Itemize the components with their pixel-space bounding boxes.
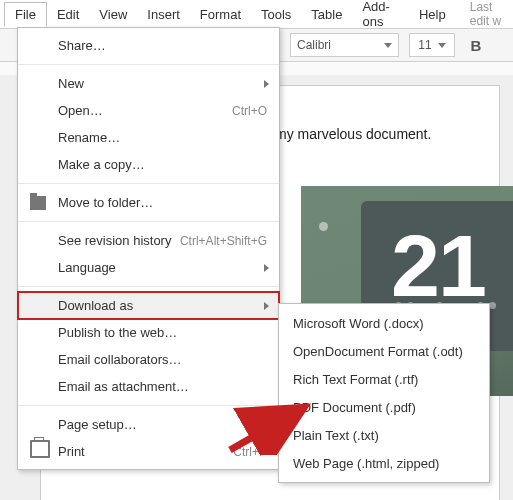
font-size-selector[interactable]: 11: [409, 33, 455, 57]
submenu-item-docx[interactable]: Microsoft Word (.docx): [279, 309, 489, 337]
shortcut: Ctrl+P: [233, 445, 267, 459]
submenu-item-html[interactable]: Web Page (.html, zipped): [279, 449, 489, 477]
label: Move to folder…: [58, 195, 153, 210]
menu-item-print[interactable]: PrintCtrl+P: [18, 438, 279, 465]
label: New: [58, 76, 84, 91]
separator: [18, 405, 279, 406]
bold-button[interactable]: B: [465, 37, 487, 54]
menu-tools[interactable]: Tools: [251, 3, 301, 26]
menu-view[interactable]: View: [89, 3, 137, 26]
label: See revision history: [58, 233, 171, 248]
shortcut: Ctrl+Alt+Shift+G: [180, 234, 267, 248]
menu-item-share[interactable]: Share…: [18, 32, 279, 59]
label: Open…: [58, 103, 103, 118]
folder-icon: [30, 196, 46, 210]
file-menu-dropdown: Share… New Open…Ctrl+O Rename… Make a co…: [17, 27, 280, 470]
menu-item-email-attachment[interactable]: Email as attachment…: [18, 373, 279, 400]
chevron-down-icon: [438, 43, 446, 48]
font-size: 11: [418, 38, 431, 52]
menu-item-rename[interactable]: Rename…: [18, 124, 279, 151]
menu-item-move-folder[interactable]: Move to folder…: [18, 189, 279, 216]
chevron-down-icon: [384, 43, 392, 48]
label: Email collaborators…: [58, 352, 182, 367]
font-selector[interactable]: Calibri: [290, 33, 399, 57]
submenu-arrow-icon: [264, 80, 269, 88]
submenu-arrow-icon: [264, 302, 269, 310]
label: Print: [58, 444, 85, 459]
menu-item-publish-web[interactable]: Publish to the web…: [18, 319, 279, 346]
menu-addons[interactable]: Add-ons: [352, 0, 409, 33]
menu-item-email-collaborators[interactable]: Email collaborators…: [18, 346, 279, 373]
submenu-item-odt[interactable]: OpenDocument Format (.odt): [279, 337, 489, 365]
last-edit-text[interactable]: Last edit w: [470, 0, 513, 28]
menu-item-make-copy[interactable]: Make a copy…: [18, 151, 279, 178]
menu-item-page-setup[interactable]: Page setup…: [18, 411, 279, 438]
menu-edit[interactable]: Edit: [47, 3, 89, 26]
menu-format[interactable]: Format: [190, 3, 251, 26]
menu-table[interactable]: Table: [301, 3, 352, 26]
menu-item-language[interactable]: Language: [18, 254, 279, 281]
menu-item-open[interactable]: Open…Ctrl+O: [18, 97, 279, 124]
submenu-item-txt[interactable]: Plain Text (.txt): [279, 421, 489, 449]
separator: [18, 221, 279, 222]
separator: [18, 64, 279, 65]
submenu-item-rtf[interactable]: Rich Text Format (.rtf): [279, 365, 489, 393]
label: Page setup…: [58, 417, 137, 432]
label: Make a copy…: [58, 157, 145, 172]
label: Download as: [58, 298, 133, 313]
menu-file[interactable]: File: [4, 2, 47, 27]
label: Rename…: [58, 130, 120, 145]
separator: [18, 183, 279, 184]
font-name: Calibri: [297, 38, 331, 52]
menu-help[interactable]: Help: [409, 3, 456, 26]
label: Email as attachment…: [58, 379, 189, 394]
menu-item-revision-history[interactable]: See revision historyCtrl+Alt+Shift+G: [18, 227, 279, 254]
print-icon: [30, 440, 50, 458]
menu-item-new[interactable]: New: [18, 70, 279, 97]
label: Publish to the web…: [58, 325, 177, 340]
label: Language: [58, 260, 116, 275]
menubar: File Edit View Insert Format Tools Table…: [0, 0, 513, 29]
menu-insert[interactable]: Insert: [137, 3, 190, 26]
document-text[interactable]: is my marvelous document.: [261, 126, 469, 142]
menu-item-download-as[interactable]: Download as: [18, 292, 279, 319]
label: Share…: [58, 38, 106, 53]
submenu-arrow-icon: [264, 264, 269, 272]
submenu-item-pdf[interactable]: PDF Document (.pdf): [279, 393, 489, 421]
bolt-icon: [319, 222, 328, 231]
separator: [18, 286, 279, 287]
shortcut: Ctrl+O: [232, 104, 267, 118]
download-as-submenu: Microsoft Word (.docx) OpenDocument Form…: [278, 303, 490, 483]
